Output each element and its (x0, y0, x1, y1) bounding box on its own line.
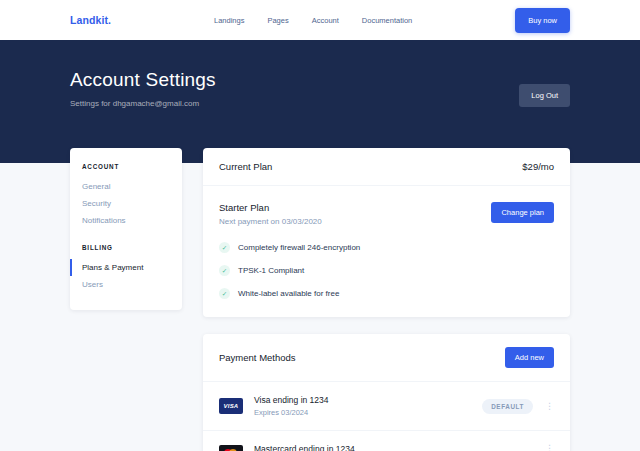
sidebar-heading-account: ACCOUNT (70, 163, 182, 170)
payment-method-title: Visa ending in 1234 (254, 395, 482, 405)
plan-features-list: ✓ Completely firewall 246-encryption ✓ T… (219, 242, 554, 299)
hero-text: Account Settings Settings for dhgamache@… (70, 69, 216, 108)
kebab-menu-icon[interactable]: ⋮ (545, 402, 554, 411)
check-icon: ✓ (219, 265, 230, 276)
sidebar-item-plans-payment[interactable]: Plans & Payment (70, 259, 182, 276)
plan-name: Starter Plan (219, 202, 322, 213)
feature-item: ✓ Completely firewall 246-encryption (219, 242, 554, 253)
main-column: Current Plan $29/mo Starter Plan Next pa… (203, 148, 570, 451)
feature-item: ✓ White-label available for free (219, 288, 554, 299)
mastercard-logo (219, 445, 243, 451)
current-plan-body: Starter Plan Next payment on 03/03/2020 … (203, 186, 570, 317)
change-plan-button[interactable]: Change plan (491, 202, 554, 223)
payment-method-expiry: Expires 03/2024 (254, 408, 482, 417)
current-plan-header: Current Plan $29/mo (203, 148, 570, 186)
payment-method-info: Mastercard ending in 1234 (254, 444, 533, 451)
visa-logo: VISA (219, 398, 243, 414)
nav-link-documentation[interactable]: Documentation (362, 16, 412, 25)
sidebar-item-users[interactable]: Users (70, 276, 182, 293)
current-plan-card: Current Plan $29/mo Starter Plan Next pa… (203, 148, 570, 317)
page-title: Account Settings (70, 69, 216, 91)
sidebar-item-security[interactable]: Security (70, 195, 182, 212)
sidebar-item-notifications[interactable]: Notifications (70, 212, 182, 229)
current-plan-price: $29/mo (522, 161, 554, 172)
check-icon: ✓ (219, 288, 230, 299)
payment-methods-title: Payment Methods (219, 352, 296, 363)
add-new-button[interactable]: Add new (505, 347, 554, 368)
feature-label: TPSK-1 Compliant (238, 266, 304, 275)
content-area: ACCOUNT General Security Notifications B… (70, 148, 570, 451)
nav-link-account[interactable]: Account (312, 16, 339, 25)
nav-link-pages[interactable]: Pages (267, 16, 288, 25)
payment-methods-card: Payment Methods Add new VISA Visa ending… (203, 334, 570, 451)
brand-logo[interactable]: Landkit. (70, 14, 111, 26)
navbar: Landkit. Landings Pages Account Document… (0, 0, 640, 40)
feature-label: Completely firewall 246-encryption (238, 243, 360, 252)
sidebar-item-general[interactable]: General (70, 178, 182, 195)
check-icon: ✓ (219, 242, 230, 253)
buy-now-button[interactable]: Buy now (515, 8, 570, 33)
log-out-button[interactable]: Log Out (519, 84, 570, 107)
settings-sidebar: ACCOUNT General Security Notifications B… (70, 148, 182, 310)
nav-link-landings[interactable]: Landings (214, 16, 244, 25)
default-badge: DEFAULT (482, 399, 533, 414)
payment-methods-header: Payment Methods Add new (203, 334, 570, 382)
payment-method-row-visa: VISA Visa ending in 1234 Expires 03/2024… (203, 382, 570, 430)
feature-item: ✓ TPSK-1 Compliant (219, 265, 554, 276)
page-subtitle: Settings for dhgamache@gmail.com (70, 99, 216, 108)
kebab-menu-icon[interactable]: ⋮ (545, 444, 554, 451)
current-plan-title: Current Plan (219, 161, 272, 172)
payment-method-row-mastercard: Mastercard ending in 1234 ⋮ (203, 430, 570, 451)
feature-label: White-label available for free (238, 289, 339, 298)
payment-method-title: Mastercard ending in 1234 (254, 444, 533, 451)
payment-method-info: Visa ending in 1234 Expires 03/2024 (254, 395, 482, 417)
plan-info: Starter Plan Next payment on 03/03/2020 (219, 202, 322, 226)
plan-next-payment: Next payment on 03/03/2020 (219, 217, 322, 226)
nav-links: Landings Pages Account Documentation (111, 16, 515, 25)
hero-banner: Account Settings Settings for dhgamache@… (0, 40, 640, 163)
sidebar-heading-billing: BILLING (70, 244, 182, 251)
